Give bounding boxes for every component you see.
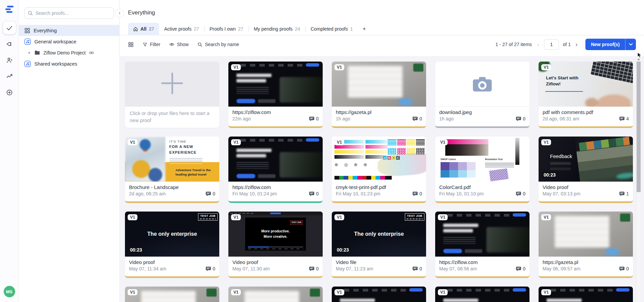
tab-count: 27 bbox=[194, 26, 199, 32]
registration-marks: ⊕ ◎ ⊕ ⊕ bbox=[334, 161, 369, 168]
reports-nav-button[interactable] bbox=[3, 70, 16, 83]
proof-card[interactable]: V1 https://ziflow.com Fri May 10, 01:24 … bbox=[228, 137, 323, 203]
proof-card[interactable]: V1 bbox=[125, 287, 219, 302]
upload-dropzone-card[interactable]: Click or drop your files here to start a… bbox=[125, 62, 219, 128]
comment-icon bbox=[309, 267, 314, 271]
proof-time: Fri May 10, 01:10 pm bbox=[439, 191, 484, 196]
proof-card[interactable]: V1 More productive. More creative. TEST … bbox=[228, 212, 323, 278]
proof-card[interactable]: V1 The only enterprise TEST JOB 00:23 Vi… bbox=[332, 212, 426, 278]
ziflow-logo[interactable] bbox=[5, 5, 14, 13]
proof-time: 22m ago bbox=[232, 116, 251, 121]
sidebar-item-label: Everything bbox=[34, 28, 57, 33]
proof-time: May 07, 11:34 am bbox=[129, 266, 166, 271]
proof-card[interactable]: V1 https://gazeta.pl 1h ago 0 bbox=[332, 62, 426, 128]
tab-proofs-i-own[interactable]: Proofs I own 27 bbox=[204, 23, 248, 35]
proof-meta: 2d ago, 06:31 am 4 bbox=[543, 116, 629, 121]
proof-card[interactable]: V1 https://ziflow.com 22m ago 0 bbox=[228, 62, 323, 128]
proof-title: Video proof bbox=[129, 259, 215, 265]
sidebar-item-shared-workspaces[interactable]: Shared workspaces bbox=[19, 58, 119, 69]
tab-active-proofs[interactable]: Active proofs 27 bbox=[159, 23, 204, 35]
proof-thumbnail: V1 More productive. More creative. TEST … bbox=[228, 212, 323, 257]
thumbnail-text: The only enterprise bbox=[147, 231, 197, 237]
proof-card[interactable]: V1 IT'S TIMEFOR A NEWEXPERIENCE Adventur… bbox=[125, 137, 219, 203]
sidebar-item-ziflow-demo-project[interactable]: Ziflow Demo Project bbox=[19, 47, 119, 58]
thumbnail-text: Let's Start withZiflow! bbox=[546, 75, 578, 87]
proof-meta: May 06, 09:57 am 0 bbox=[543, 266, 629, 271]
tab-label: Completed proofs bbox=[311, 26, 348, 32]
user-avatar[interactable]: MS bbox=[4, 286, 15, 297]
proof-card[interactable]: V1 https://gazeta.pl May 06, 09:57 am 0 bbox=[539, 212, 633, 278]
tab-all[interactable]: All 27 bbox=[128, 23, 159, 35]
proof-title: https://ziflow.com bbox=[439, 259, 525, 265]
add-tab-button[interactable]: + bbox=[358, 23, 371, 35]
proof-time: 2d ago, 06:25 am bbox=[129, 191, 166, 196]
proof-card[interactable]: V1 SWOP Colors Resolution Test ColorCard… bbox=[435, 137, 529, 203]
comment-count: 1 bbox=[619, 191, 629, 196]
comment-icon bbox=[309, 192, 314, 196]
scroll-up-arrow[interactable] bbox=[637, 58, 640, 60]
chart-icon bbox=[6, 73, 13, 80]
comment-count-value: 0 bbox=[316, 266, 319, 271]
proof-card[interactable]: V1 bbox=[332, 287, 426, 302]
people-nav-button[interactable] bbox=[3, 54, 16, 67]
tab-count: 27 bbox=[238, 26, 244, 32]
sidebar: Everything General workspace Ziflow Demo… bbox=[19, 0, 120, 302]
proof-card[interactable]: V1 bbox=[539, 287, 633, 302]
search-icon bbox=[197, 42, 202, 47]
proof-info: pdf with comments.pdf 2d ago, 06:31 am 4 bbox=[539, 107, 633, 121]
page-number-input[interactable] bbox=[544, 39, 559, 50]
add-nav-button[interactable] bbox=[3, 86, 16, 99]
comment-count: 4 bbox=[619, 116, 629, 121]
proof-title: Brochure - Landscape bbox=[129, 184, 215, 190]
comment-count: 0 bbox=[309, 191, 319, 196]
proof-card[interactable]: download.jpeg 1h ago 0 bbox=[435, 62, 529, 128]
proof-card[interactable]: V1 CMYK ⊕ ◎ ⊕ ⊕ cmyk-test-print-pdf.pdf … bbox=[332, 137, 426, 203]
proof-meta: May 07, 03:13 pm 1 bbox=[543, 191, 629, 196]
scrollbar-thumb[interactable] bbox=[637, 62, 641, 192]
thumbnail-text: Resolution Test bbox=[485, 158, 503, 160]
next-page-button[interactable]: › bbox=[575, 41, 578, 48]
link-icon bbox=[89, 51, 94, 54]
new-proof-dropdown-button[interactable] bbox=[625, 39, 636, 50]
tab-bar: All 27 Active proofs 27 Proofs I own 27 … bbox=[120, 23, 644, 35]
page-total-text: of 1 bbox=[563, 42, 571, 47]
search-proofs-input[interactable] bbox=[24, 7, 114, 19]
caret-right-icon[interactable] bbox=[28, 51, 31, 54]
sidebar-item-general-workspace[interactable]: General workspace bbox=[19, 36, 119, 47]
proof-card[interactable]: V1 https://ziflow.com May 07, 08:56 am 0 bbox=[435, 212, 529, 278]
search-icon bbox=[28, 10, 33, 16]
tab-completed-proofs[interactable]: Completed proofs 1 bbox=[305, 23, 358, 35]
proofs-nav-button[interactable] bbox=[3, 22, 16, 34]
proof-title: Video proof bbox=[232, 259, 319, 265]
proof-title: https://gazeta.pl bbox=[336, 109, 422, 115]
vertical-scrollbar[interactable] bbox=[636, 57, 641, 302]
proof-card[interactable]: V1 Let's Start withZiflow! pdf with comm… bbox=[539, 62, 633, 128]
proof-card[interactable]: V1 The only enterprise TEST JOB 00:23 Vi… bbox=[125, 212, 219, 278]
version-badge: V1 bbox=[438, 214, 448, 220]
search-by-name-button[interactable]: Search by name bbox=[197, 42, 239, 47]
sidebar-item-everything[interactable]: Everything bbox=[19, 25, 119, 36]
sidebar-collapse-button[interactable]: ‹ bbox=[115, 9, 124, 17]
proof-card[interactable]: V1 Feedback 00:23 Video proof May 07, 03… bbox=[539, 137, 633, 203]
comment-count: 0 bbox=[206, 266, 215, 271]
tab-my-pending-proofs[interactable]: My pending proofs 24 bbox=[249, 23, 305, 35]
integrations-nav-button[interactable] bbox=[3, 38, 16, 50]
comment-icon bbox=[206, 267, 211, 271]
upload-dropzone[interactable] bbox=[125, 62, 219, 107]
proof-time: May 07, 11:30 am bbox=[232, 266, 270, 271]
proof-info: https://ziflow.com Fri May 10, 01:24 pm … bbox=[228, 182, 323, 196]
grid-view-button[interactable] bbox=[128, 42, 134, 47]
comment-count-value: 0 bbox=[419, 191, 422, 196]
proof-card[interactable]: V1 bbox=[228, 287, 323, 302]
dropzone-text: Click or drop your files here to start a… bbox=[125, 107, 219, 124]
prev-page-button[interactable]: ‹ bbox=[537, 41, 540, 48]
proof-title: pdf with comments.pdf bbox=[543, 109, 629, 115]
filter-button[interactable]: Filter bbox=[142, 42, 160, 47]
version-badge: V1 bbox=[231, 214, 241, 220]
new-proof-button[interactable]: New proof(s) bbox=[585, 39, 625, 50]
proof-meta: May 07, 11:23 am 0 bbox=[336, 266, 422, 271]
thumbnail-text: More creative. bbox=[264, 234, 288, 239]
search-by-name-label: Search by name bbox=[205, 42, 239, 47]
proof-card[interactable]: V1 bbox=[435, 287, 529, 302]
show-button[interactable]: Show bbox=[169, 42, 189, 47]
